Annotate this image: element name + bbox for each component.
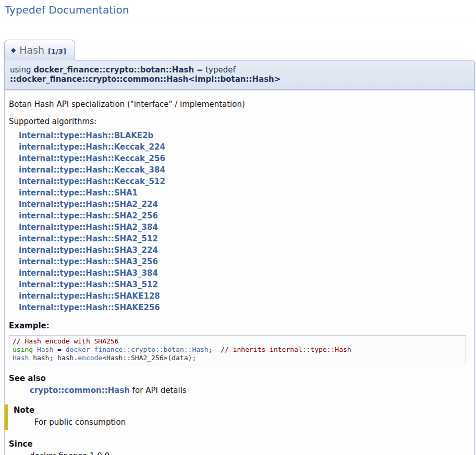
algorithm-link[interactable]: internal::type::Hash::SHAKE256 (19, 302, 470, 313)
algorithm-link[interactable]: internal::type::Hash::Keccak_384 (19, 164, 470, 176)
declaration-connector: = typedef (194, 65, 238, 75)
algorithm-link[interactable]: internal::type::Hash::SHA2_512 (19, 233, 470, 244)
algorithm-link[interactable]: internal::type::Hash::SHA3_384 (19, 267, 470, 279)
member-description: Botan Hash API specialization ("interfac… (9, 100, 470, 109)
member-tab: ◆Hash[1/3] (4, 40, 75, 60)
see-also-section: See also crypto::common::Hash for API de… (9, 374, 470, 395)
algorithm-link[interactable]: internal::type::Hash::BLAKE2b (19, 130, 470, 141)
algorithm-link[interactable]: internal::type::Hash::SHA2_256 (19, 210, 470, 222)
declaration-prefix: using (10, 65, 33, 75)
algorithm-link[interactable]: internal::type::Hash::SHA3_512 (19, 279, 470, 290)
member-overload-index: [1/3] (48, 47, 66, 55)
code-comment: // Hash encode with SHA256 (13, 337, 119, 345)
member-documentation: Botan Hash API specialization ("interfac… (4, 90, 475, 455)
code-fragment: // Hash encode with SHA256 using Hash = … (9, 335, 466, 364)
note-section: Note For public consumption (5, 404, 470, 430)
algorithm-link[interactable]: internal::type::Hash::SHA3_256 (19, 256, 470, 267)
algorithm-link[interactable]: internal::type::Hash::SHA2_224 (19, 199, 470, 210)
note-label: Note (14, 405, 470, 415)
code-keyword: using (13, 346, 33, 353)
see-also-label: See also (9, 374, 470, 383)
since-label: Since (9, 439, 470, 449)
algorithm-link[interactable]: internal::type::Hash::SHA2_384 (19, 222, 470, 233)
declaration-name: docker_finance::crypto::botan::Hash (33, 65, 194, 75)
since-text: docker-finance 1.0.0 (30, 451, 470, 455)
algorithm-link[interactable]: internal::type::Hash::Keccak_256 (19, 153, 470, 164)
member-item: ◆Hash[1/3] using docker_finance::crypto:… (4, 39, 475, 455)
algorithm-link[interactable]: internal::type::Hash::SHAKE128 (19, 290, 470, 302)
code-line: using Hash = docker_finance::crypto::bot… (13, 346, 462, 354)
code-link[interactable]: Hash (13, 354, 29, 362)
code-link[interactable]: docker_finance::crypto::botan::Hash (66, 346, 209, 353)
page-title: Typedef Documentation (0, 0, 476, 19)
algorithm-link[interactable]: internal::type::Hash::SHA1 (19, 187, 470, 199)
algorithm-list: internal::type::Hash::BLAKE2b internal::… (19, 130, 470, 313)
see-also-link[interactable]: crypto::common::Hash (30, 386, 130, 395)
permalink-diamond-icon[interactable]: ◆ (11, 46, 16, 54)
example-label: Example: (9, 321, 470, 330)
algorithm-link[interactable]: internal::type::Hash::Keccak_512 (19, 176, 470, 187)
code-link[interactable]: encode (78, 354, 102, 362)
declaration-type: ::docker_finance::crypto::common::Hash<i… (10, 75, 280, 84)
algorithms-label: Supported algorithms: (9, 117, 470, 126)
see-also-text: for API details (130, 386, 187, 395)
member-name: Hash (19, 44, 44, 56)
member-declaration: using docker_finance::crypto::botan::Has… (4, 60, 475, 90)
code-type: Hash (37, 346, 53, 353)
code-comment: // inherits internal::type::Hash (221, 346, 351, 353)
algorithm-link[interactable]: internal::type::Hash::SHA3_224 (19, 244, 470, 256)
algorithm-link[interactable]: internal::type::Hash::Keccak_224 (19, 141, 470, 153)
code-line: Hash hash; hash.encode<Hash::SHA2_256>(d… (13, 354, 462, 362)
note-text: For public consumption (34, 417, 470, 427)
code-line: // Hash encode with SHA256 (13, 337, 462, 346)
since-section: Since docker-finance 1.0.0 (9, 439, 470, 455)
